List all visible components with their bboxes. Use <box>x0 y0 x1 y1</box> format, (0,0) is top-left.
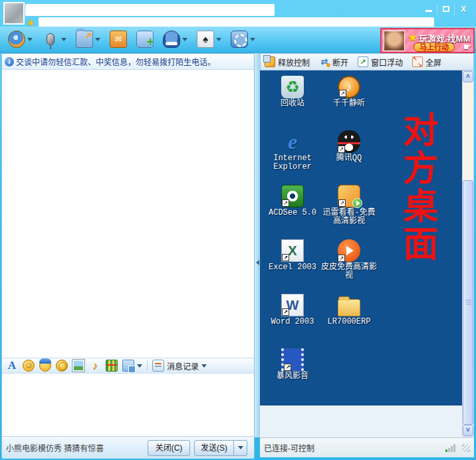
scroll-down-button[interactable]: ˅ <box>463 425 473 436</box>
mobile-sms-button[interactable]: ✉ <box>107 29 130 49</box>
panel-splitter[interactable] <box>255 53 260 437</box>
chat-panel: i 交谈中请勿轻信汇款、中奖信息，勿轻易拨打陌生电话。 A ☺ ♪ 消息记录 <box>1 53 255 457</box>
shortcut-arrow-icon: ↗ <box>284 364 291 371</box>
acdsee-icon: ↗ <box>281 185 304 207</box>
desktop-icon-tencent-qq[interactable]: ↗ 腾讯QQ <box>320 130 378 185</box>
vertical-scrollbar[interactable]: ˄ ˅ <box>462 70 474 437</box>
send-options-button[interactable] <box>234 440 247 456</box>
message-input[interactable] <box>2 374 254 433</box>
close-chat-button[interactable]: 关闭(C) <box>148 440 190 456</box>
float-window-button[interactable]: ↗ 窗口浮动 <box>358 57 403 68</box>
create-group-chat-button[interactable] <box>134 29 156 49</box>
word-icon: W↗ <box>281 294 304 316</box>
ad-banner[interactable]: ★ 玩游戏 找MM 马上行动 ☛ <box>380 28 475 53</box>
chevron-down-icon[interactable] <box>137 364 142 368</box>
close-button[interactable]: X <box>455 3 472 15</box>
voice-call-icon <box>47 33 55 45</box>
audio-message-button[interactable]: ♪ <box>89 360 101 372</box>
ttplayer-icon: ♪↗ <box>338 76 360 98</box>
chevron-down-icon[interactable] <box>27 38 33 41</box>
magic-emoticon-button[interactable] <box>39 360 51 372</box>
chevron-down-icon[interactable] <box>61 38 66 41</box>
collapse-panel-button[interactable] <box>255 249 260 276</box>
toolbar-divider <box>147 360 148 371</box>
desktop-icon-ttplayer[interactable]: ♪↗ 千千静听 <box>320 76 378 130</box>
voice-call-button[interactable] <box>39 31 69 48</box>
create-group-chat-icon <box>136 31 154 48</box>
message-history-icon <box>152 360 164 372</box>
message-history-button[interactable]: 消息记录 <box>152 360 207 372</box>
pipi-player-icon: ↗ <box>338 239 360 262</box>
safety-notice-text: 交谈中请勿轻信汇款、中奖信息，勿轻易拨打陌生电话。 <box>16 56 215 67</box>
desktop-icon-label: 千千静听 <box>333 100 365 108</box>
scroll-up-button[interactable]: ˄ <box>463 71 473 82</box>
resize-grip[interactable] <box>462 444 470 452</box>
emoticon-button[interactable]: ☺ <box>23 360 35 372</box>
buddy-name-redacted <box>25 4 275 16</box>
maximize-button[interactable] <box>437 3 455 15</box>
desktop-icon-word-2003[interactable]: W↗ Word 2003 <box>267 294 318 348</box>
video-call-icon <box>8 31 25 48</box>
font-button[interactable]: A <box>6 360 18 372</box>
settings-icon <box>231 31 248 48</box>
send-file-icon <box>76 31 93 48</box>
video-call-button[interactable] <box>5 29 35 49</box>
shortcut-arrow-icon: ↗ <box>338 146 345 153</box>
desktop-icon-label: LR7000ERP <box>328 318 371 326</box>
send-button[interactable]: 发送(S) <box>194 440 234 456</box>
release-control-button[interactable]: 释放控制 <box>265 57 310 68</box>
promo-link[interactable]: 小熊电影模仿秀 猜猜有惊喜 <box>6 442 148 453</box>
desktop-icon-xunlei-kankan[interactable]: ↗ 迅雷看看-免费高清影视 <box>320 185 378 239</box>
qq-chat-window: ★ X ✉ ♠ ★ 玩游戏 找MM 马上行动 ☛ i 交谈中请勿轻 <box>0 0 476 460</box>
release-control-icon <box>265 57 275 67</box>
maximize-icon <box>443 6 449 12</box>
send-image-button[interactable] <box>72 360 84 372</box>
fullscreen-button[interactable]: ↖↘ 全屏 <box>412 57 441 68</box>
desktop-icon-label: Internet Explorer <box>267 154 318 172</box>
games-button[interactable]: ♠ <box>194 29 224 49</box>
desktop-icon-excel-2003[interactable]: X↗ Excel 2003 <box>267 239 318 294</box>
mobile-sms-icon: ✉ <box>110 31 127 48</box>
minimize-button[interactable] <box>420 3 437 15</box>
chevron-down-icon[interactable] <box>250 38 255 41</box>
xunlei-kankan-icon: ↗ <box>338 185 360 207</box>
desktop-icon-lr7000erp[interactable]: LR7000ERP <box>320 294 378 348</box>
desktop-icon-acdsee[interactable]: ↗ ACDSee 5.0 <box>267 185 318 239</box>
internet-explorer-icon: e <box>281 130 304 153</box>
float-window-label: 窗口浮动 <box>371 57 403 68</box>
report-icon <box>163 31 180 48</box>
buddy-avatar[interactable] <box>3 2 25 25</box>
remote-control-toolbar: 释放控制 ⇄ 断开 ↗ 窗口浮动 ↖↘ 全屏 <box>260 53 474 70</box>
remote-desktop-watermark: 对方桌面 <box>400 112 435 263</box>
settings-button[interactable] <box>228 29 258 49</box>
ad-action-button[interactable]: 马上行动 <box>414 43 455 52</box>
shake-window-button[interactable] <box>56 360 68 372</box>
disconnect-label: 断开 <box>332 57 348 68</box>
report-button[interactable] <box>160 29 190 49</box>
shortcut-arrow-icon: ↗ <box>339 90 346 97</box>
gift-button[interactable] <box>106 360 118 372</box>
desktop-icon-pipi-player[interactable]: ↗ 皮皮免费高清影视 <box>320 239 378 294</box>
safety-notice-bar: i 交谈中请勿轻信汇款、中奖信息，勿轻易拨打陌生电话。 <box>2 54 254 70</box>
vertical-scroll-thumb[interactable] <box>463 180 473 425</box>
play-badge-icon <box>352 198 362 208</box>
fullscreen-label: 全屏 <box>425 57 441 68</box>
remote-desktop-view[interactable]: ♻ 回收站 ♪↗ 千千静听 e Internet Explorer ↗ 腾讯QQ… <box>260 70 462 405</box>
screen-capture-button[interactable] <box>122 360 134 372</box>
float-window-icon: ↗ <box>358 57 368 67</box>
desktop-icon-internet-explorer[interactable]: e Internet Explorer <box>267 130 318 185</box>
desktop-icon-label: Excel 2003 <box>269 263 316 272</box>
desktop-icon-storm-player[interactable]: ↗ 暴风影音 <box>267 348 318 403</box>
chevron-down-icon[interactable] <box>216 38 221 41</box>
hand-cursor-icon: ☛ <box>463 41 472 53</box>
ad-girl-photo <box>384 31 405 51</box>
title-bar: ★ X <box>0 0 476 28</box>
chat-history-area[interactable] <box>2 70 254 358</box>
chevron-down-icon[interactable] <box>95 38 100 41</box>
connection-status: 已连接-可控制 <box>264 442 445 453</box>
chevron-down-icon[interactable] <box>182 38 187 41</box>
disconnect-button[interactable]: ⇄ 断开 <box>319 57 348 68</box>
send-file-button[interactable] <box>73 29 103 49</box>
desktop-icon-recycle-bin[interactable]: ♻ 回收站 <box>267 76 318 130</box>
shortcut-arrow-icon: ↗ <box>282 199 289 207</box>
